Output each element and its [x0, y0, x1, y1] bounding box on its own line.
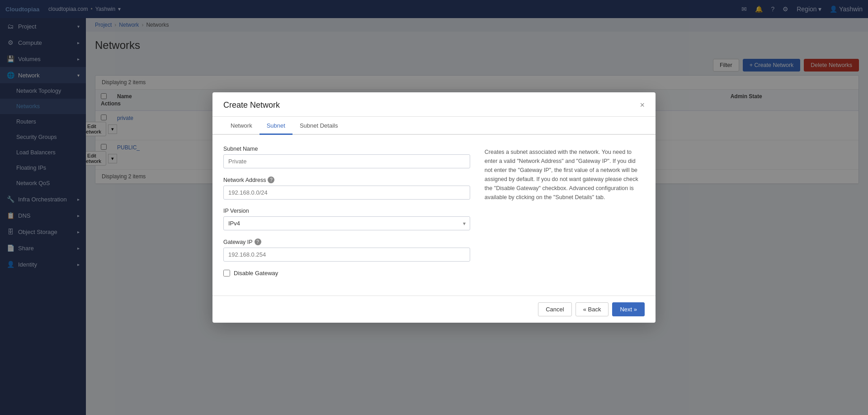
disable-gateway-row: Disable Gateway [223, 270, 470, 277]
modal-help-text: Creates a subnet associated with the net… [485, 146, 645, 285]
subnet-name-group: Subnet Name [223, 146, 470, 168]
back-button[interactable]: « Back [576, 302, 609, 316]
gateway-ip-help-icon[interactable]: ? [255, 239, 261, 245]
ip-version-group: IP Version IPv4 IPv6 ▾ [223, 208, 470, 230]
ip-version-select[interactable]: IPv4 IPv6 [223, 216, 470, 230]
subnet-name-label: Subnet Name [223, 146, 470, 152]
modal-header: Create Network × [212, 92, 656, 117]
tab-subnet-details[interactable]: Subnet Details [292, 117, 345, 135]
gateway-ip-input[interactable] [223, 248, 470, 262]
network-address-label: Network Address ? [223, 176, 470, 183]
ip-version-label: IP Version [223, 208, 470, 214]
gateway-ip-label: Gateway IP ? [223, 239, 470, 245]
network-address-group: Network Address ? [223, 176, 470, 200]
cancel-button[interactable]: Cancel [538, 302, 571, 316]
network-address-help-icon[interactable]: ? [268, 176, 274, 183]
modal-form: Subnet Name Network Address ? IP Version… [223, 146, 470, 285]
disable-gateway-group: Disable Gateway [223, 270, 470, 277]
create-network-modal: Create Network × Network Subnet Subnet D… [212, 92, 656, 323]
tab-subnet[interactable]: Subnet [259, 117, 292, 135]
modal-title: Create Network [223, 100, 280, 110]
modal-footer: Cancel « Back Next » [212, 296, 656, 323]
network-address-input[interactable] [223, 186, 470, 200]
next-button[interactable]: Next » [612, 302, 645, 316]
tab-network[interactable]: Network [223, 117, 259, 135]
disable-gateway-checkbox[interactable] [223, 270, 230, 277]
disable-gateway-label: Disable Gateway [234, 270, 278, 277]
modal-tabs: Network Subnet Subnet Details [212, 117, 656, 135]
ip-version-select-wrap: IPv4 IPv6 ▾ [223, 216, 470, 230]
subnet-name-input[interactable] [223, 154, 470, 168]
gateway-ip-group: Gateway IP ? [223, 239, 470, 262]
modal-body: Subnet Name Network Address ? IP Version… [212, 135, 656, 296]
modal-overlay[interactable]: Create Network × Network Subnet Subnet D… [0, 0, 868, 415]
modal-close-button[interactable]: × [640, 100, 645, 110]
